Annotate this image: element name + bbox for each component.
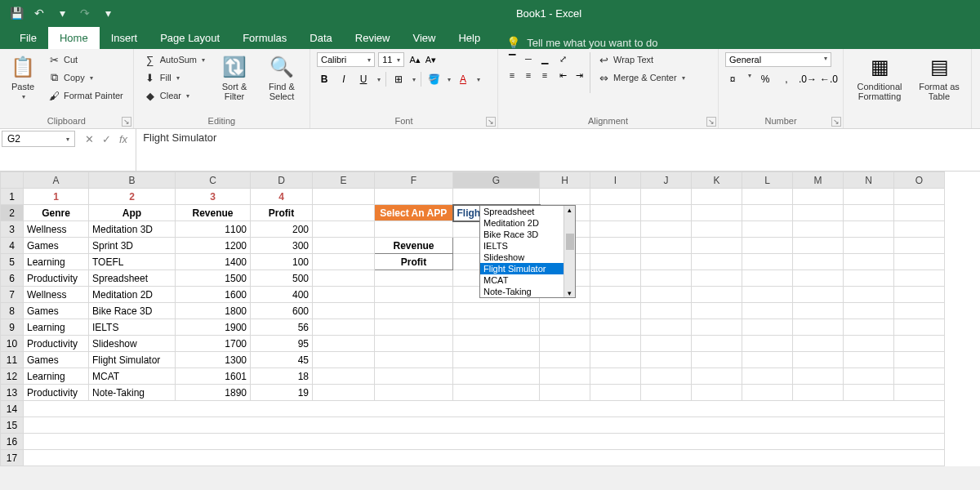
- cancel-icon[interactable]: ✕: [85, 133, 94, 145]
- row-header[interactable]: 15: [1, 417, 24, 434]
- cell[interactable]: [590, 238, 641, 254]
- cell[interactable]: Flight Simulator: [89, 352, 176, 368]
- row-header[interactable]: 1: [1, 189, 24, 205]
- row-header[interactable]: 13: [1, 385, 24, 401]
- format-painter-button[interactable]: 🖌Format Painter: [44, 88, 127, 103]
- tab-home[interactable]: Home: [48, 27, 100, 49]
- tab-formulas[interactable]: Formulas: [231, 27, 298, 49]
- select-all-corner[interactable]: [1, 172, 24, 189]
- cell[interactable]: [453, 352, 540, 368]
- col-header[interactable]: I: [590, 172, 641, 189]
- cell[interactable]: [844, 303, 894, 319]
- cell[interactable]: [641, 336, 692, 352]
- cell[interactable]: [453, 336, 540, 352]
- cell[interactable]: [692, 189, 742, 205]
- cell[interactable]: [590, 254, 641, 270]
- cell[interactable]: [844, 238, 894, 254]
- fx-icon[interactable]: fx: [119, 133, 127, 145]
- cell[interactable]: [692, 385, 742, 401]
- bold-button[interactable]: B: [317, 72, 332, 87]
- cell[interactable]: [894, 238, 945, 254]
- cell[interactable]: [692, 270, 742, 287]
- cell[interactable]: [24, 434, 945, 450]
- row-header[interactable]: 11: [1, 352, 24, 368]
- dialog-launcher-icon[interactable]: ↘: [122, 117, 131, 127]
- tab-insert[interactable]: Insert: [100, 27, 149, 49]
- cell[interactable]: [692, 303, 742, 319]
- cell[interactable]: 18: [251, 368, 313, 385]
- cell[interactable]: 200: [251, 221, 313, 238]
- cell[interactable]: Games: [24, 352, 89, 368]
- cell[interactable]: [590, 385, 641, 401]
- cell[interactable]: [313, 303, 375, 319]
- cell[interactable]: [313, 189, 375, 205]
- increase-font-icon[interactable]: A▴: [408, 55, 421, 65]
- undo-caret-icon[interactable]: ▾: [54, 5, 70, 21]
- cell[interactable]: [894, 205, 945, 221]
- cell[interactable]: [742, 221, 793, 238]
- cell[interactable]: [793, 189, 844, 205]
- row-header[interactable]: 8: [1, 303, 24, 319]
- row-header[interactable]: 5: [1, 254, 24, 270]
- row-header[interactable]: 12: [1, 368, 24, 385]
- dialog-launcher-icon[interactable]: ↘: [486, 117, 496, 127]
- col-header[interactable]: A: [24, 172, 89, 189]
- cell[interactable]: Revenue: [176, 205, 251, 221]
- cell[interactable]: [590, 205, 641, 221]
- cell[interactable]: [641, 189, 692, 205]
- cell[interactable]: [313, 254, 375, 270]
- find-select-button[interactable]: 🔍 Find & Select: [261, 52, 303, 103]
- decrease-indent-icon[interactable]: ⇤: [555, 69, 570, 82]
- cell[interactable]: [844, 319, 894, 336]
- orientation-icon[interactable]: ⤢: [555, 52, 570, 65]
- dropdown-item[interactable]: Flight Simulator: [480, 263, 575, 274]
- confirm-icon[interactable]: ✓: [102, 133, 111, 145]
- cell[interactable]: Spreadsheet: [89, 270, 176, 287]
- fill-button[interactable]: ⬇Fill▾: [140, 70, 208, 85]
- data-validation-list[interactable]: ▴▾ SpreadsheetMeditation 2DBike Race 3DI…: [479, 205, 576, 298]
- row-header[interactable]: 10: [1, 336, 24, 352]
- cell[interactable]: 600: [251, 303, 313, 319]
- redo-icon[interactable]: ↷: [77, 5, 93, 21]
- percent-icon[interactable]: %: [758, 72, 773, 87]
- col-header[interactable]: H: [540, 172, 590, 189]
- cell[interactable]: Wellness: [24, 221, 89, 238]
- cell[interactable]: [641, 254, 692, 270]
- cell[interactable]: [844, 254, 894, 270]
- cell[interactable]: 1200: [176, 238, 251, 254]
- sort-filter-button[interactable]: 🔃 Sort & Filter: [213, 52, 256, 103]
- col-header[interactable]: G: [453, 172, 540, 189]
- cell[interactable]: [894, 319, 945, 336]
- font-color-button[interactable]: A: [456, 72, 470, 87]
- cell[interactable]: [742, 319, 793, 336]
- col-header[interactable]: K: [692, 172, 742, 189]
- cell[interactable]: [590, 287, 641, 303]
- cell[interactable]: 1400: [176, 254, 251, 270]
- dropdown-item[interactable]: Spreadsheet: [480, 206, 575, 217]
- cell[interactable]: [793, 385, 844, 401]
- cell[interactable]: [793, 205, 844, 221]
- cell[interactable]: [742, 368, 793, 385]
- cell[interactable]: [793, 254, 844, 270]
- cell[interactable]: Wellness: [24, 287, 89, 303]
- dropdown-item[interactable]: MCAT: [480, 274, 575, 286]
- cell[interactable]: 1601: [176, 368, 251, 385]
- dropdown-item[interactable]: Meditation 2D: [480, 217, 575, 229]
- cell[interactable]: Slideshow: [89, 336, 176, 352]
- cell[interactable]: [793, 238, 844, 254]
- cut-button[interactable]: ✂Cut: [44, 52, 127, 67]
- cell[interactable]: Productivity: [24, 336, 89, 352]
- col-header[interactable]: D: [251, 172, 313, 189]
- italic-button[interactable]: I: [336, 72, 351, 87]
- cell[interactable]: [313, 319, 375, 336]
- align-top-icon[interactable]: ▔: [505, 52, 519, 65]
- cell[interactable]: Bike Race 3D: [89, 303, 176, 319]
- cell[interactable]: [844, 205, 894, 221]
- conditional-formatting-button[interactable]: ▦ Conditional Formatting: [850, 52, 909, 103]
- cell[interactable]: [590, 303, 641, 319]
- cell[interactable]: [590, 270, 641, 287]
- cell[interactable]: [313, 238, 375, 254]
- scrollbar[interactable]: ▴▾: [564, 206, 575, 297]
- cell[interactable]: [540, 336, 590, 352]
- decrease-decimal-icon[interactable]: ←.0: [822, 72, 836, 87]
